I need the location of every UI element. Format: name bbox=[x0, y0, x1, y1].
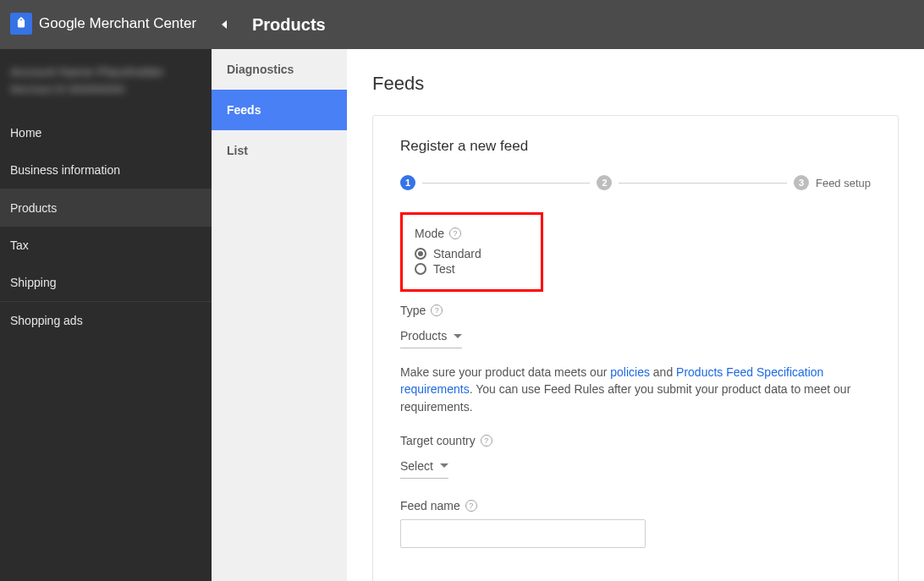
help-icon[interactable]: ? bbox=[431, 304, 443, 316]
type-selected: Products bbox=[400, 329, 447, 343]
collapse-sidebar-button[interactable] bbox=[212, 0, 237, 49]
content-row: Diagnostics Feeds List Feeds Register a … bbox=[212, 49, 924, 581]
brand-word1: Google bbox=[39, 15, 85, 31]
mode-test-radio[interactable]: Test bbox=[415, 262, 481, 276]
feed-name-label: Feed name ? bbox=[400, 499, 871, 512]
caret-down-icon bbox=[454, 334, 462, 338]
stepper: 1 2 3 Feed setup bbox=[400, 175, 871, 190]
nav-home[interactable]: Home bbox=[0, 114, 212, 151]
radio-icon bbox=[415, 248, 426, 260]
mode-test-label: Test bbox=[433, 262, 455, 276]
step-line bbox=[422, 183, 590, 184]
merchant-tag-icon bbox=[10, 13, 32, 35]
target-country-dropdown[interactable]: Select bbox=[400, 454, 448, 479]
mode-label-text: Mode bbox=[415, 227, 444, 240]
helper-mid: and bbox=[650, 365, 676, 379]
brand-word2: Merchant Center bbox=[85, 15, 196, 31]
feed-name-section: Feed name ? bbox=[400, 499, 871, 548]
tab-list[interactable]: List bbox=[212, 130, 347, 171]
step-3-circle: 3 bbox=[794, 175, 809, 190]
type-section: Type ? Products bbox=[400, 304, 871, 348]
target-country-label: Target country ? bbox=[400, 434, 871, 447]
step-1-circle: 1 bbox=[400, 175, 415, 190]
nav-products[interactable]: Products bbox=[0, 189, 212, 227]
policies-link[interactable]: policies bbox=[610, 365, 650, 379]
tab-feeds[interactable]: Feeds bbox=[212, 90, 347, 130]
target-country-section: Target country ? Select bbox=[400, 434, 871, 479]
header-title: Products bbox=[252, 15, 326, 35]
register-feed-card: Register a new feed 1 2 3 Feed setup Mod… bbox=[372, 115, 899, 581]
nav-shopping-ads[interactable]: Shopping ads bbox=[0, 302, 212, 339]
left-sidebar: Google Merchant Center Account Name Plac… bbox=[0, 0, 212, 581]
tab-diagnostics[interactable]: Diagnostics bbox=[212, 49, 347, 90]
step-line bbox=[619, 183, 786, 184]
target-country-selected: Select bbox=[400, 459, 433, 473]
nav-shipping[interactable]: Shipping bbox=[0, 264, 212, 301]
main-content: Feeds Register a new feed 1 2 3 Feed set… bbox=[347, 49, 924, 581]
page-title: Feeds bbox=[372, 73, 899, 95]
target-country-label-text: Target country bbox=[400, 434, 476, 447]
radio-icon bbox=[415, 263, 426, 275]
help-icon[interactable]: ? bbox=[449, 227, 461, 239]
header-bar: Products bbox=[212, 0, 924, 49]
step-2-circle: 2 bbox=[597, 175, 612, 190]
help-icon[interactable]: ? bbox=[481, 435, 492, 447]
feed-name-label-text: Feed name bbox=[400, 499, 460, 512]
step-3-label: Feed setup bbox=[816, 177, 871, 189]
helper-pre: Make sure your product data meets our bbox=[400, 365, 610, 379]
mode-section: Mode ? Standard Test bbox=[400, 212, 543, 292]
type-label: Type ? bbox=[400, 304, 871, 317]
mode-label: Mode ? bbox=[415, 227, 481, 240]
help-icon[interactable]: ? bbox=[465, 500, 477, 512]
mode-standard-label: Standard bbox=[433, 247, 481, 260]
secondary-nav: Diagnostics Feeds List bbox=[212, 49, 347, 581]
nav-tax[interactable]: Tax bbox=[0, 227, 212, 264]
chevron-left-icon bbox=[222, 20, 227, 29]
caret-down-icon bbox=[440, 463, 448, 468]
feed-name-input[interactable] bbox=[400, 519, 646, 548]
mode-standard-radio[interactable]: Standard bbox=[415, 247, 481, 260]
card-title: Register a new feed bbox=[400, 138, 871, 155]
type-dropdown[interactable]: Products bbox=[400, 324, 462, 348]
type-label-text: Type bbox=[400, 304, 426, 317]
nav-business-information[interactable]: Business information bbox=[0, 151, 212, 189]
primary-nav: Home Business information Products Tax S… bbox=[0, 114, 212, 339]
brand: Google Merchant Center bbox=[0, 0, 212, 49]
brand-text: Google Merchant Center bbox=[39, 15, 196, 32]
helper-text: Make sure your product data meets our po… bbox=[400, 364, 871, 415]
right-column: Products Diagnostics Feeds List Feeds Re… bbox=[212, 0, 924, 581]
account-name: Account Name Placeholder bbox=[10, 64, 201, 79]
account-info: Account Name Placeholder Merchant ID 000… bbox=[0, 49, 212, 114]
account-id: Merchant ID 0000000000 bbox=[10, 84, 201, 96]
